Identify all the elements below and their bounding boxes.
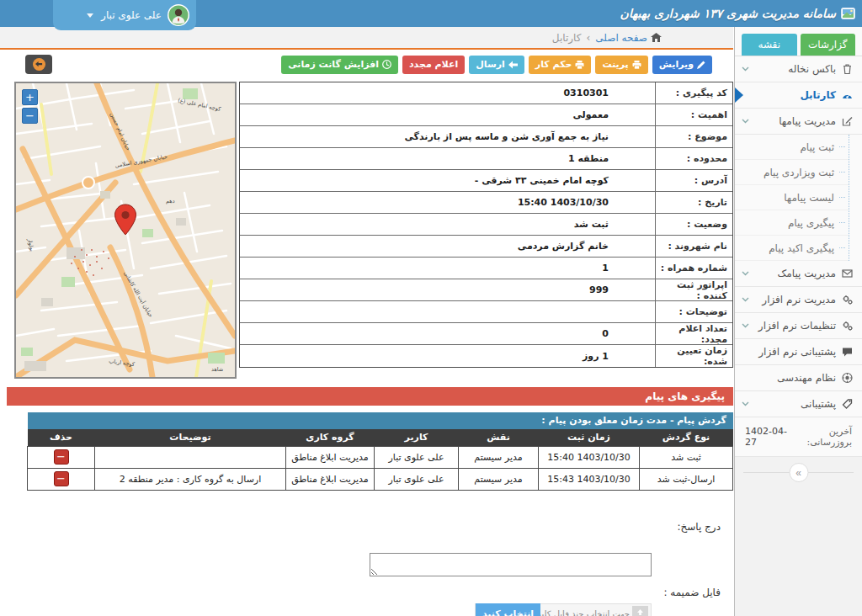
reply-label: درج پاسخ: (0, 521, 733, 533)
avatar (168, 4, 189, 26)
envelope-icon (841, 268, 854, 279)
app-title: سامانه مدیریت شهری ۱۳۷ شهرداری بهبهان (620, 7, 836, 20)
sidebar-collapse-button[interactable]: » (789, 463, 808, 482)
file-upload-widget: جهت انتخاب چند فایل کلید ctrl را نگه دار… (475, 603, 652, 616)
message-submenu: ثبت پیام ثبت ویزاردی پیام لیست پیامها پی… (735, 135, 849, 261)
detail-row: شماره همراه :1 (240, 258, 732, 279)
user-menu[interactable]: علی علوی تبار (53, 0, 196, 30)
support-icon (841, 398, 854, 410)
print-button[interactable]: پرینت (595, 56, 647, 74)
gears-icon (841, 294, 854, 305)
map-street-label: شاهد (211, 366, 223, 373)
re-announce-button[interactable]: اعلام مجدد (402, 56, 465, 74)
upload-icon (632, 606, 648, 616)
workflow-table: نوع گردش زمان ثبت نقش کاربر گروه کاری تو… (27, 429, 733, 491)
map-street-label: دهم (166, 198, 175, 204)
sidebar-menu: باکس نخاله کارتابل مدیریت پیامها ثبت پیا… (735, 56, 862, 457)
attachment-label: فایل ضمیمه : (0, 587, 733, 598)
breadcrumb: صفحه اصلی › کارتابل (0, 27, 733, 50)
workflow-section: گردش پیام - مدت زمان معلق بودن پیام : نو… (28, 412, 733, 491)
file-upload-hint: جهت انتخاب چند فایل کلید ctrl را نگه دار… (540, 609, 630, 616)
detail-row: موضوع :نیاز به جمع آوری شن و ماسه پس از … (240, 126, 732, 148)
zoom-out-button[interactable]: − (22, 108, 38, 124)
sidebar-item-strict-tracking[interactable]: پیگیری اکید پیام (735, 236, 849, 261)
location-map[interactable]: + − (14, 82, 237, 379)
detail-row: اپراتور ثبت کننده :999 (240, 279, 732, 301)
detail-row: محدوده :منطقه 1 (240, 148, 732, 170)
reply-textarea[interactable] (370, 553, 652, 576)
detail-row: تعداد اعلام مجدد:0 (240, 323, 732, 345)
zoom-in-button[interactable]: + (22, 89, 38, 105)
delete-row-button[interactable]: − (54, 471, 69, 486)
sidebar-item-sms-management[interactable]: مدیریت پیامک (735, 261, 862, 287)
sidebar-collapse-row: » (743, 460, 854, 486)
map-zoom-controls: + − (22, 89, 38, 126)
sidebar-item-debris-box[interactable]: باکس نخاله (735, 56, 862, 82)
sidebar-item-register-message[interactable]: ثبت پیام (735, 135, 849, 160)
sidebar-item-message-list[interactable]: لیست پیامها (735, 185, 849, 210)
sidebar-item-support[interactable]: پشتیبانی (735, 391, 862, 417)
edit-button[interactable]: ویرایش (652, 56, 712, 74)
sidebar-tabs: گزارشات نقشه (735, 27, 862, 56)
followups-header: پیگیری های پیام (7, 387, 733, 406)
chevron-down-icon (742, 119, 749, 124)
workflow-row: ثبت شد 1403/10/30 15:40 مدیر سیستم علی ع… (28, 446, 733, 468)
detail-row: آدرس :کوچه امام خمینی ۳۳ شرقی - (240, 170, 732, 192)
last-update: آخرین بروزرسانی: 1402-04-27 (735, 417, 862, 457)
col-delete: حذف (28, 429, 95, 446)
sidebar-item-message-tracking[interactable]: پیگیری پیام (735, 210, 849, 236)
work-order-button[interactable]: حکم کار (529, 56, 592, 74)
col-role: نقش (459, 429, 539, 446)
breadcrumb-home[interactable]: صفحه اصلی (595, 32, 662, 44)
detail-row: تاریخ :1403/10/30 15:40 (240, 192, 732, 214)
printer-icon (632, 61, 641, 69)
toolbar-buttons: ویرایش پرینت حکم کار ارسال اعلام مجدد (281, 56, 712, 74)
tab-reports[interactable]: گزارشات (801, 34, 856, 56)
workflow-header-row: نوع گردش زمان ثبت نقش کاربر گروه کاری تو… (28, 429, 733, 446)
printer-icon (575, 61, 584, 69)
sidebar: گزارشات نقشه باکس نخاله کارتابل مدیریت پ… (734, 27, 862, 616)
chevron-down-icon (742, 66, 749, 72)
sidebar-item-software-settings[interactable]: تنظیمات نرم افزار (735, 313, 862, 339)
workflow-title: گردش پیام - مدت زمان معلق بودن پیام : (28, 412, 733, 429)
back-button[interactable] (25, 55, 52, 74)
sidebar-item-engineering-system[interactable]: نظام مهندسی (735, 365, 862, 391)
detail-section: کد پیگیری :0310301 اهمیت :معمولی موضوع :… (0, 82, 733, 379)
detail-row: توضیحات : (240, 301, 732, 323)
map-canvas: خیابان جمهوری اسلامی خیابان امام حسین خی… (16, 83, 235, 377)
workflow-row: ارسال-ثبت شد 1403/10/30 15:43 مدیر سیستم… (28, 468, 733, 490)
message-details-table: کد پیگیری :0310301 اهمیت :معمولی موضوع :… (239, 82, 733, 368)
tab-map[interactable]: نقشه (742, 34, 797, 56)
gears-icon (841, 320, 854, 332)
sidebar-item-software-support[interactable]: پشتیبانی نرم افزار (735, 339, 862, 365)
col-flow-type: نوع گردش (640, 429, 733, 446)
sidebar-item-message-management[interactable]: مدیریت پیامها (735, 109, 862, 135)
toolbar: ویرایش پرینت حکم کار ارسال اعلام مجدد (25, 55, 712, 74)
back-arrow-icon (33, 58, 45, 71)
chevron-down-icon (742, 297, 749, 302)
home-icon (651, 33, 662, 42)
col-description: توضیحات (95, 429, 286, 446)
comment-icon (841, 346, 854, 358)
detail-row: نام شهروند :خانم گزارش مردمی (240, 236, 732, 258)
brand: سامانه مدیریت شهری ۱۳۷ شهرداری بهبهان (620, 0, 855, 27)
clock-icon (382, 60, 391, 69)
user-name: علی علوی تبار (101, 9, 162, 21)
dashboard-icon (841, 89, 854, 101)
send-button[interactable]: ارسال (469, 56, 524, 74)
col-user: کاربر (375, 429, 459, 446)
col-workgroup: گروه کاری (286, 429, 375, 446)
top-header: سامانه مدیریت شهری ۱۳۷ شهرداری بهبهان عل… (0, 0, 862, 27)
delete-row-button[interactable]: − (54, 449, 69, 465)
sidebar-item-wizard-register[interactable]: ثبت ویزاردی پیام (735, 160, 849, 185)
increase-gantt-button[interactable]: افزایش گانت زمانی (281, 56, 398, 74)
chevron-down-icon (742, 323, 749, 328)
app-logo-icon (841, 8, 855, 19)
detail-row: کد پیگیری :0310301 (240, 82, 732, 104)
compose-icon (841, 115, 854, 127)
sidebar-item-cartable[interactable]: کارتابل (735, 82, 862, 109)
col-register-time: زمان ثبت (539, 429, 640, 446)
main-content: صفحه اصلی › کارتابل ویرایش پرینت حکم کار (0, 27, 733, 616)
choose-file-button[interactable]: انتخاب کنید (476, 603, 540, 616)
sidebar-item-software-management[interactable]: مدیریت نرم افزار (735, 287, 862, 313)
